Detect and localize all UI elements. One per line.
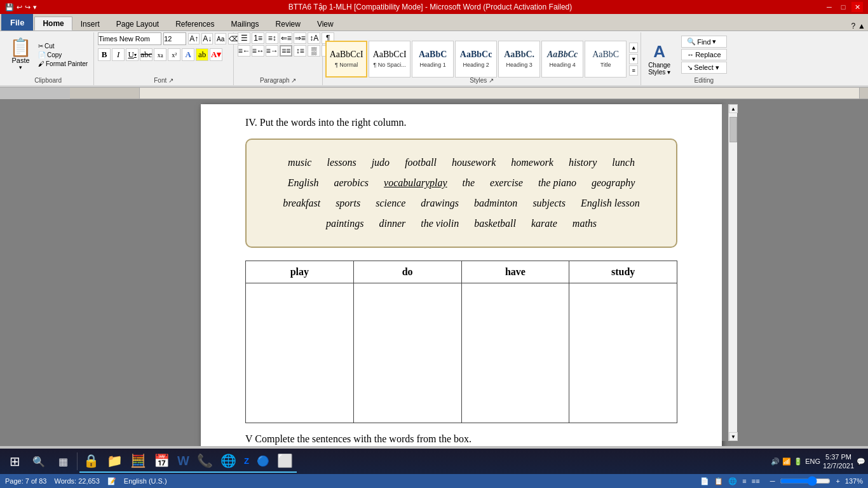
multilevel-btn[interactable]: ≡↕ bbox=[266, 32, 278, 44]
replace-btn[interactable]: ↔ Replace bbox=[681, 49, 726, 60]
paste-dropdown[interactable]: ▾ bbox=[19, 64, 22, 71]
taskbar-phone-icon[interactable]: 📞 bbox=[193, 450, 217, 473]
style-more[interactable]: ≡ bbox=[629, 65, 638, 76]
style-scroll-down[interactable]: ▼ bbox=[629, 54, 638, 64]
taskbar-word-icon[interactable]: W bbox=[173, 450, 193, 473]
scroll-up-arrow[interactable]: ▲ bbox=[729, 104, 738, 113]
style-normal-btn[interactable]: AaBbCcI ¶ Normal bbox=[325, 41, 367, 78]
style-heading2-btn[interactable]: AaBbCc Heading 2 bbox=[455, 41, 497, 78]
font-shrink-btn[interactable]: A↓ bbox=[201, 33, 213, 44]
sort-btn[interactable]: ↕A bbox=[308, 32, 320, 44]
view-draft-btn[interactable]: ≡≡ bbox=[752, 477, 760, 485]
change-case-btn[interactable]: Aa bbox=[215, 33, 226, 44]
font-color-btn[interactable]: A▾ bbox=[210, 48, 222, 61]
view-print-btn[interactable]: 📄 bbox=[700, 477, 709, 485]
taskbar-calc-icon[interactable]: 🧮 bbox=[126, 450, 150, 473]
numbering-btn[interactable]: 1≡ bbox=[252, 32, 264, 44]
tab-page-layout[interactable]: Page Layout bbox=[108, 17, 167, 30]
copy-button[interactable]: 📄 Copy bbox=[36, 51, 90, 59]
vertical-scrollbar[interactable]: ▲ ▼ bbox=[728, 104, 737, 441]
select-btn[interactable]: ↘ Select ▾ bbox=[681, 62, 726, 74]
help-btn[interactable]: ? bbox=[851, 22, 855, 30]
subscript-btn[interactable]: x₂ bbox=[154, 48, 166, 61]
font-size-input[interactable] bbox=[163, 32, 186, 45]
search-btn[interactable]: 🔍 bbox=[27, 450, 51, 473]
time-display[interactable]: 5:37 PM 12/7/2021 bbox=[823, 452, 854, 471]
strikethrough-btn[interactable]: abc bbox=[140, 48, 153, 61]
scroll-thumb[interactable] bbox=[729, 117, 737, 142]
style-heading4-btn[interactable]: AaBbCc Heading 4 bbox=[541, 41, 583, 78]
maximize-btn[interactable]: □ bbox=[837, 2, 849, 12]
decrease-indent-btn[interactable]: ⇐≡ bbox=[280, 32, 292, 44]
format-painter-button[interactable]: 🖌 Format Painter bbox=[36, 60, 90, 68]
find-btn[interactable]: 🔍 Find ▾ bbox=[681, 36, 726, 48]
style-heading1-btn[interactable]: AaBbC Heading 1 bbox=[412, 41, 454, 78]
taskbar-folder-icon[interactable]: 📁 bbox=[103, 450, 126, 473]
taskbar-calendar-icon[interactable]: 📅 bbox=[150, 450, 173, 473]
paste-button[interactable]: 📋 Paste ▾ bbox=[6, 37, 35, 72]
align-center-btn[interactable]: ≡↔ bbox=[252, 45, 264, 57]
volume-icon[interactable]: 📶 bbox=[782, 458, 791, 466]
tab-file[interactable]: File bbox=[1, 14, 33, 30]
zoom-in-btn[interactable]: + bbox=[836, 477, 839, 485]
italic-button[interactable]: I bbox=[112, 48, 125, 61]
tab-references[interactable]: References bbox=[167, 17, 222, 30]
start-button[interactable]: ⊞ bbox=[3, 450, 27, 473]
font-dialog-btn[interactable]: ↗ bbox=[168, 77, 173, 84]
increase-indent-btn[interactable]: ⇒≡ bbox=[294, 32, 306, 44]
text-effects-btn[interactable]: A bbox=[182, 48, 194, 61]
scroll-down-arrow[interactable]: ▼ bbox=[729, 432, 738, 441]
tab-review[interactable]: Review bbox=[268, 17, 309, 30]
task-view-btn[interactable]: ▦ bbox=[51, 450, 75, 473]
taskbar-zalo-icon[interactable]: Z bbox=[240, 450, 253, 473]
style-nospacing-btn[interactable]: AaBbCcI ¶ No Spaci... bbox=[369, 41, 410, 78]
cut-button[interactable]: ✂ Cut bbox=[36, 42, 90, 50]
view-web-btn[interactable]: 🌐 bbox=[728, 477, 737, 485]
align-left-btn[interactable]: ≡← bbox=[238, 45, 250, 57]
taskbar-chrome-icon[interactable]: 🔵 bbox=[253, 450, 273, 473]
text-highlight-btn[interactable]: ab bbox=[196, 48, 208, 61]
para-dialog-btn[interactable]: ↗ bbox=[291, 77, 296, 84]
cell-have[interactable] bbox=[461, 283, 569, 423]
minimize-btn[interactable]: ─ bbox=[824, 2, 835, 12]
cell-study[interactable] bbox=[569, 283, 677, 423]
spell-check-icon[interactable]: 📝 bbox=[107, 477, 116, 485]
close-btn[interactable]: ✕ bbox=[851, 2, 863, 12]
view-outline-btn[interactable]: ≡ bbox=[742, 477, 746, 485]
cell-do[interactable] bbox=[353, 283, 461, 423]
network-icon[interactable]: 🔊 bbox=[771, 458, 780, 466]
justify-btn[interactable]: ≡≡ bbox=[280, 45, 292, 57]
style-scroll-up[interactable]: ▲ bbox=[629, 43, 638, 53]
taskbar-lock-icon[interactable]: 🔒 bbox=[79, 450, 103, 473]
view-fullread-btn[interactable]: 📋 bbox=[714, 477, 723, 485]
zoom-slider[interactable] bbox=[780, 477, 831, 485]
font-grow-btn[interactable]: A↑ bbox=[188, 33, 200, 44]
tab-insert[interactable]: Insert bbox=[72, 17, 108, 30]
battery-icon[interactable]: 🔋 bbox=[794, 458, 803, 466]
save-quick-btn[interactable]: 💾 bbox=[5, 3, 14, 11]
tab-mailings[interactable]: Mailings bbox=[223, 17, 268, 30]
redo-btn[interactable]: ↪ bbox=[25, 3, 31, 11]
align-right-btn[interactable]: ≡→ bbox=[266, 45, 278, 57]
font-name-input[interactable] bbox=[98, 32, 161, 45]
language-indicator[interactable]: ENG bbox=[805, 458, 820, 465]
superscript-btn[interactable]: x² bbox=[168, 48, 180, 61]
shading-btn[interactable]: ▒ bbox=[308, 45, 320, 57]
notifications-icon[interactable]: 💬 bbox=[857, 458, 865, 466]
expand-ribbon-btn[interactable]: ▲ bbox=[858, 22, 865, 30]
taskbar-file-icon[interactable]: ⬜ bbox=[273, 450, 297, 473]
styles-dialog-btn[interactable]: ↗ bbox=[489, 77, 494, 84]
undo-btn[interactable]: ↩ bbox=[17, 3, 22, 11]
change-styles-btn[interactable]: A ChangeStyles ▾ bbox=[645, 39, 674, 79]
zoom-out-btn[interactable]: ─ bbox=[770, 477, 775, 485]
tab-view[interactable]: View bbox=[309, 17, 342, 30]
cell-play[interactable] bbox=[246, 283, 354, 423]
tab-home[interactable]: Home bbox=[34, 17, 72, 30]
bold-button[interactable]: B bbox=[98, 48, 111, 61]
bullets-btn[interactable]: ☰ bbox=[238, 32, 250, 44]
style-title-btn[interactable]: AaBbC Title bbox=[585, 41, 627, 78]
line-spacing-btn[interactable]: ↕≡ bbox=[294, 45, 306, 57]
underline-button[interactable]: U▾ bbox=[126, 48, 139, 61]
style-heading3-btn[interactable]: AaBbC. Heading 3 bbox=[498, 41, 540, 78]
taskbar-browser-icon[interactable]: 🌐 bbox=[217, 450, 240, 473]
